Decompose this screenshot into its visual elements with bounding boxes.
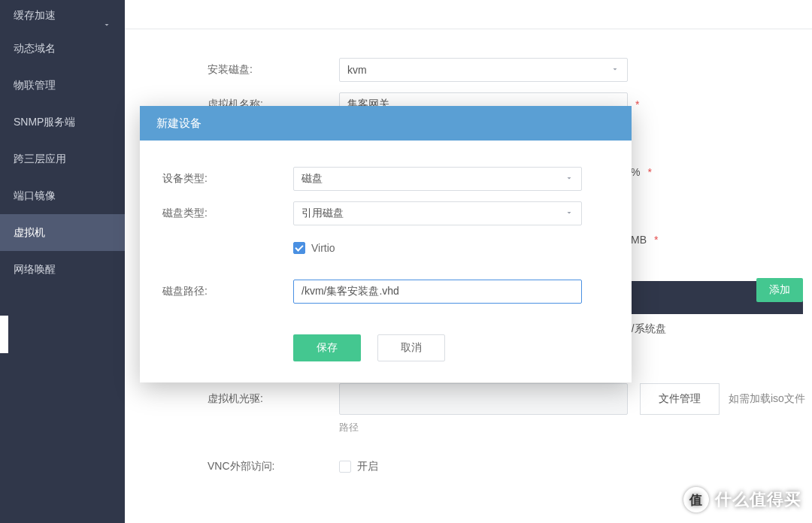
disk-path-label: 磁盘路径: — [162, 285, 293, 298]
disk-type-select[interactable]: 引用磁盘 — [293, 201, 582, 225]
cdrom-label: 虚拟机光驱: — [208, 392, 339, 406]
sidebar-item-label: 跨三层应用 — [14, 141, 66, 177]
disk-type-value: 引用磁盘 — [301, 207, 344, 220]
vnc-label: VNC外部访问: — [208, 460, 339, 473]
new-device-modal: 新建设备 设备类型: 磁盘 磁盘类型: 引用磁盘 Virtio — [140, 106, 632, 382]
sidebar-item-layer3[interactable]: 跨三层应用 — [0, 141, 125, 177]
modal-footer: 保存 取消 — [140, 316, 632, 382]
row-disk-path: 磁盘路径: /kvm/集客安装盘.vhd — [162, 274, 609, 309]
sidebar-item-label: 虚拟机 — [14, 214, 45, 251]
install-disk-value: kvm — [347, 64, 367, 76]
required-star: * — [635, 98, 639, 110]
sidebar-item-label: SNMP服务端 — [14, 104, 75, 141]
sidebar-item-snmp[interactable]: SNMP服务端 — [0, 104, 125, 141]
modal-title-bar: 新建设备 — [140, 106, 632, 141]
disk-path-input[interactable]: /kvm/集客安装盘.vhd — [293, 280, 582, 304]
row-virtio: Virtio — [162, 231, 609, 265]
cdrom-hint: 如需加载iso文件 — [729, 392, 805, 406]
sidebar-item-port-mirror[interactable]: 端口镜像 — [0, 177, 125, 214]
disk-path-value: /kvm/集客安装盘.vhd — [301, 285, 399, 298]
vnc-open-checkbox[interactable] — [339, 461, 351, 473]
sidebar-item-label: 缓存加速 — [14, 0, 56, 30]
save-button[interactable]: 保存 — [293, 334, 361, 361]
sidebar: 缓存加速 动态域名 物联管理 SNMP服务端 跨三层应用 端口镜像 虚拟机 网络… — [0, 0, 125, 523]
add-device-button[interactable]: 添加 — [756, 278, 803, 302]
chevron-down-icon — [102, 11, 111, 20]
watermark: 值 什么值得买 — [683, 487, 801, 512]
row-vnc: VNC外部访问: 开启 — [125, 449, 812, 484]
sidebar-item-vm[interactable]: 虚拟机 — [0, 214, 125, 251]
sidebar-item-label: 端口镜像 — [14, 177, 56, 214]
mb-unit: MB — [631, 234, 647, 246]
sidebar-item-cache[interactable]: 缓存加速 — [0, 0, 125, 30]
virtio-checkbox[interactable] — [293, 242, 305, 254]
vnc-open-text: 开启 — [357, 460, 378, 473]
sidebar-item-label: 动态域名 — [14, 30, 56, 67]
required-star: * — [647, 166, 651, 178]
required-star: * — [654, 234, 658, 246]
row-install-disk: 安装磁盘: kvm — [125, 53, 812, 87]
sidebar-item-label: 物联管理 — [14, 67, 56, 104]
sidebar-item-wol[interactable]: 网络唤醒 — [0, 251, 125, 288]
virtio-label: Virtio — [311, 242, 335, 254]
install-disk-label: 安装磁盘: — [208, 63, 339, 77]
cdrom-sublabel: 路径 — [339, 421, 812, 434]
row-cdrom: 虚拟机光驱: 文件管理 如需加载iso文件 — [125, 382, 812, 416]
device-type-select[interactable]: 磁盘 — [293, 167, 582, 191]
sidebar-item-iot[interactable]: 物联管理 — [0, 67, 125, 104]
modal-title: 新建设备 — [156, 116, 201, 131]
chevron-down-icon — [565, 173, 574, 185]
file-manage-button[interactable]: 文件管理 — [640, 383, 720, 415]
sidebar-item-ddns[interactable]: 动态域名 — [0, 30, 125, 67]
disk-type-label: 磁盘类型: — [162, 207, 293, 220]
cdrom-input[interactable] — [339, 383, 628, 415]
row-device-type: 设备类型: 磁盘 — [162, 162, 609, 196]
chevron-down-icon — [565, 207, 574, 219]
watermark-text: 什么值得买 — [715, 488, 801, 511]
device-type-label: 设备类型: — [162, 172, 293, 186]
sidebar-item-label: 网络唤醒 — [14, 251, 56, 288]
install-disk-select[interactable]: kvm — [339, 58, 628, 82]
row-disk-type: 磁盘类型: 引用磁盘 — [162, 196, 609, 231]
watermark-badge: 值 — [683, 487, 709, 512]
sidebar-indicator — [0, 316, 8, 353]
chevron-down-icon — [611, 64, 620, 76]
cancel-button[interactable]: 取消 — [377, 334, 445, 361]
percent-unit: % — [631, 166, 640, 178]
device-type-value: 磁盘 — [301, 172, 323, 186]
modal-body: 设备类型: 磁盘 磁盘类型: 引用磁盘 Virtio 磁盘路径: — [140, 141, 632, 316]
